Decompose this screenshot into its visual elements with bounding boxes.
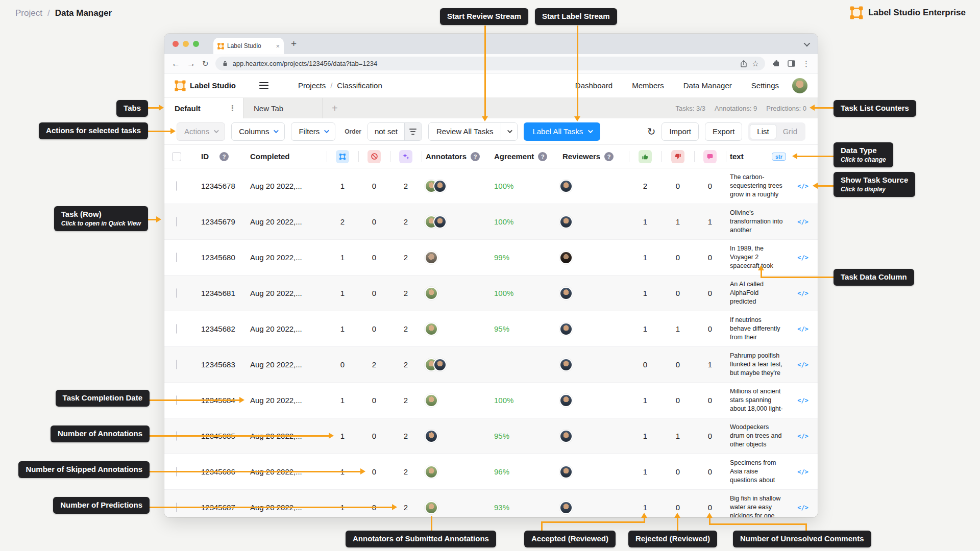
task-row[interactable]: 12345684Aug 20 2022,...102100%100Million… [164,383,818,418]
annotator-avatar[interactable] [425,430,438,443]
show-source-icon[interactable]: </> [797,325,808,333]
row-checkbox[interactable] [176,253,177,262]
tab-close-icon[interactable]: × [276,42,280,50]
reviewer-avatar[interactable] [559,215,573,229]
forward-icon[interactable]: → [187,59,195,68]
row-checkbox[interactable] [176,360,177,369]
reviewer-avatar[interactable] [559,358,573,371]
annotator-avatar[interactable] [433,215,447,229]
bookmark-star-icon[interactable]: ☆ [752,59,759,68]
import-button[interactable]: Import [662,122,699,141]
header-text-column[interactable]: text str [726,145,788,168]
nav-members[interactable]: Members [632,81,664,90]
annotator-avatar[interactable] [425,501,438,514]
browser-tab[interactable]: Label Studio × [213,38,284,54]
annotator-avatar[interactable] [425,394,438,407]
columns-button[interactable]: Columns [231,122,285,141]
order-control[interactable]: not set [368,122,422,141]
header-rejected[interactable] [662,145,694,168]
cell-text[interactable]: Pahrump poolfish flunked a fear test, bu… [726,352,788,377]
annotator-avatar[interactable] [425,287,438,300]
header-skipped-count[interactable] [358,145,390,168]
show-source-icon[interactable]: </> [797,361,808,368]
reviewer-avatar[interactable] [559,251,573,264]
header-agreement[interactable]: Agreement ? [486,145,557,168]
breadcrumb-projects[interactable]: Projects [298,81,326,90]
header-completed[interactable]: Completed [240,145,327,168]
cell-text[interactable]: An AI called AlphaFold predicted [726,280,788,306]
back-icon[interactable]: ← [172,59,180,68]
tab-options-kebab-icon[interactable]: ⋮ [229,104,237,113]
help-icon[interactable]: ? [471,152,480,161]
show-source-icon[interactable]: </> [797,254,808,261]
header-reviewers[interactable]: Reviewers ? [557,145,629,168]
row-checkbox[interactable] [176,181,177,191]
header-annotations-count[interactable] [327,145,358,168]
task-row[interactable]: 12345683Aug 20 2022,...022001Pahrump poo… [164,347,818,383]
cell-text[interactable]: Big fish in shallow water are easy picki… [726,494,788,517]
cell-text[interactable]: Olivine's transformation into another [726,209,788,234]
breadcrumb-project[interactable]: Project [15,8,42,18]
user-avatar[interactable] [792,78,807,93]
task-row[interactable]: 12345687Aug 20 2022,...10293%100Big fish… [164,490,818,517]
data-type-badge[interactable]: str [772,153,786,161]
cell-text[interactable]: The carbon-sequestering trees grow in a … [726,173,788,198]
app-logo-icon[interactable] [175,80,186,91]
help-icon[interactable]: ? [538,152,547,161]
share-icon[interactable] [740,60,748,68]
show-source-icon[interactable]: </> [797,218,808,226]
header-annotators[interactable]: Annotators ? [422,145,486,168]
reviewer-avatar[interactable] [559,322,573,336]
row-checkbox[interactable] [176,288,177,298]
traffic-minimize-icon[interactable] [183,41,189,47]
cell-text[interactable]: If neutrinos behave differently from the… [726,316,788,341]
reviewer-avatar[interactable] [559,430,573,443]
cell-text[interactable]: Woodpeckers drum on trees and other obje… [726,423,788,448]
traffic-close-icon[interactable] [173,41,179,47]
nav-dashboard[interactable]: Dashboard [575,81,612,90]
cell-text[interactable]: In 1989, the Voyager 2 spacecraft took [726,244,788,270]
add-tab-icon[interactable]: + [332,103,338,114]
reload-icon[interactable]: ↻ [202,59,209,68]
task-row[interactable]: 12345679Aug 20 2022,...202100%111Olivine… [164,204,818,240]
annotator-avatar[interactable] [425,251,438,264]
tab-new-tab[interactable]: New Tab [243,98,323,118]
extensions-puzzle-icon[interactable] [772,59,780,68]
reviewer-avatar[interactable] [559,180,573,193]
traffic-zoom-icon[interactable] [193,41,199,47]
review-all-tasks-button[interactable]: Review All Tasks [428,122,518,141]
export-button[interactable]: Export [705,122,742,141]
show-source-icon[interactable]: </> [797,468,808,475]
annotator-avatar[interactable] [433,180,447,193]
address-bar[interactable]: app.heartex.com/projects/123456/data?tab… [215,57,765,70]
side-panel-icon[interactable] [787,59,796,68]
help-icon[interactable]: ? [219,152,229,161]
reviewer-avatar[interactable] [559,287,573,300]
task-row[interactable]: 12345680Aug 20 2022,...10299%100In 1989,… [164,240,818,276]
reviewer-avatar[interactable] [559,501,573,514]
sort-icon[interactable] [404,123,422,140]
help-icon[interactable]: ? [604,152,614,161]
reviewer-avatar[interactable] [559,465,573,479]
show-source-icon[interactable]: </> [797,433,808,440]
actions-button[interactable]: Actions [177,122,225,141]
task-row[interactable]: 12345682Aug 20 2022,...10295%110If neutr… [164,311,818,347]
list-view-button[interactable]: List [750,124,776,139]
browser-menu-icon[interactable]: ⋮ [802,59,811,68]
refresh-icon[interactable]: ↻ [647,127,656,137]
hamburger-menu-icon[interactable] [259,82,268,89]
nav-data-manager[interactable]: Data Manager [683,81,732,90]
header-id-help[interactable]: ? [219,145,240,168]
new-tab-icon[interactable]: + [291,38,297,49]
task-row[interactable]: 12345678Aug 20 2022,...102100%200The car… [164,168,818,204]
show-source-icon[interactable]: </> [797,183,808,190]
header-id[interactable]: ID [189,145,219,168]
cell-text[interactable]: Specimens from Asia raise questions abou… [726,459,788,484]
grid-view-button[interactable]: Grid [776,124,804,139]
task-row[interactable]: 12345681Aug 20 2022,...102100%100An AI c… [164,276,818,311]
review-dropdown-segment[interactable] [501,123,517,140]
show-source-icon[interactable]: </> [797,504,808,511]
annotator-avatar[interactable] [425,465,438,479]
nav-settings[interactable]: Settings [751,81,779,90]
filters-button[interactable]: Filters [291,122,335,141]
